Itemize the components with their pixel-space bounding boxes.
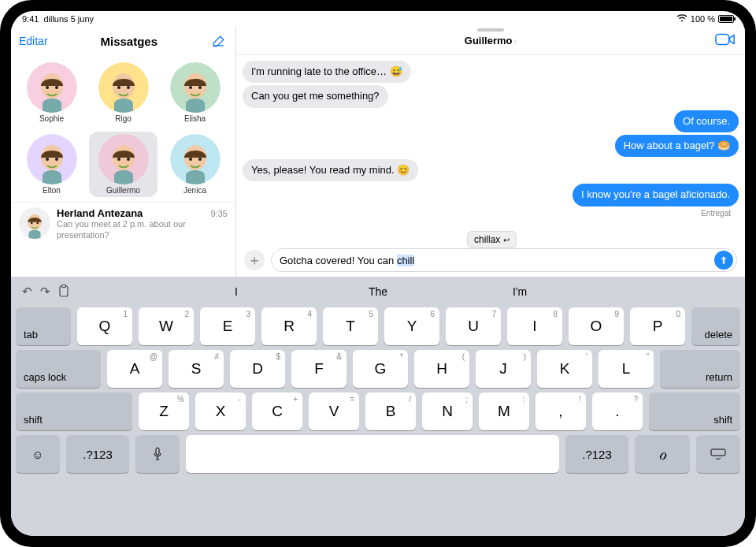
key-f[interactable]: &F xyxy=(291,350,346,388)
key-v[interactable]: =V xyxy=(309,393,359,430)
message-thread[interactable]: I'm running late to the office… 😅Can you… xyxy=(236,55,745,244)
svg-point-15 xyxy=(55,158,58,161)
message-bubble: Can you get me something? xyxy=(243,85,388,107)
pinned-contact-name: Guillermo xyxy=(106,186,140,195)
key-,[interactable]: !, xyxy=(536,393,586,430)
key-g[interactable]: *G xyxy=(353,350,408,388)
status-battery-pct: 100 % xyxy=(691,14,715,24)
status-date: dilluns 5 juny xyxy=(43,14,94,24)
message-input-text: Gotcha covered! You can chill xyxy=(280,255,714,266)
key-i[interactable]: 8I xyxy=(507,307,562,345)
capslock-key[interactable]: caps lock xyxy=(16,350,101,388)
numsym-key-right[interactable]: .?123 xyxy=(565,435,628,473)
key-z[interactable]: %Z xyxy=(139,393,189,430)
svg-rect-28 xyxy=(716,35,729,45)
kb-suggestion-3[interactable]: I'm xyxy=(449,281,591,303)
suggestion-text: chillax xyxy=(474,234,500,245)
tab-key[interactable]: tab xyxy=(16,307,71,345)
space-key[interactable] xyxy=(186,435,559,473)
key-y[interactable]: 6Y xyxy=(384,307,439,345)
dictation-key[interactable] xyxy=(135,435,180,473)
incoming-message[interactable]: Yes, please! You read my mind. 😊 xyxy=(243,159,739,181)
kb-suggestion-2[interactable]: The xyxy=(307,281,449,303)
compose-button[interactable] xyxy=(210,32,228,50)
key-n[interactable]: ;N xyxy=(422,393,472,430)
key-s[interactable]: #S xyxy=(169,350,224,388)
content-area: Editar Missatges Sophie Rigo Elisha Elto… xyxy=(11,27,745,277)
return-key[interactable]: return xyxy=(660,350,740,388)
pinned-contact[interactable]: Sophie xyxy=(17,60,86,125)
clipboard-button[interactable] xyxy=(58,285,69,300)
key-m[interactable]: :M xyxy=(479,393,529,430)
sidebar-header: Editar Missatges xyxy=(11,27,235,55)
key-w[interactable]: 2W xyxy=(139,307,194,345)
pinned-contact[interactable]: Guillermo xyxy=(89,132,158,197)
key-q[interactable]: 1Q xyxy=(77,307,132,345)
emoji-key[interactable]: ☺ xyxy=(16,435,60,473)
kb-suggestion-1[interactable]: I xyxy=(165,281,307,303)
key-b[interactable]: /B xyxy=(365,393,416,430)
facetime-button[interactable] xyxy=(715,32,736,47)
undo-button[interactable]: ↶ xyxy=(22,285,32,300)
key-r[interactable]: 4R xyxy=(261,307,317,345)
pinned-contact[interactable]: Rigo xyxy=(89,60,158,125)
key-a[interactable]: @A xyxy=(107,350,162,388)
key-.[interactable]: ?. xyxy=(592,393,643,430)
shift-key-right[interactable]: shift xyxy=(649,393,740,430)
chat-header: Guillermo › xyxy=(236,27,745,55)
outgoing-message[interactable]: Of course. xyxy=(243,110,739,132)
chat-contact-name[interactable]: Guillermo xyxy=(465,35,513,47)
avatar xyxy=(170,62,220,113)
key-l[interactable]: "L xyxy=(598,350,654,388)
svg-point-3 xyxy=(55,86,58,89)
outgoing-message[interactable]: How about a bagel? 🥯 xyxy=(243,135,739,157)
composer: chillax ↩︎ ＋ Gotcha covered! You can chi… xyxy=(236,244,745,277)
wifi-icon xyxy=(676,13,687,24)
message-input[interactable]: Gotcha covered! You can chill xyxy=(271,248,737,272)
avatar xyxy=(27,62,77,113)
svg-point-26 xyxy=(31,222,33,225)
shift-key-left[interactable]: shift xyxy=(16,393,132,430)
predictive-suggestion-popover[interactable]: chillax ↩︎ xyxy=(467,231,517,248)
key-k[interactable]: 'K xyxy=(537,350,592,388)
hide-keyboard-key[interactable] xyxy=(696,435,740,473)
conversation-row[interactable]: Herland Antezana 9:35 Can you meet at 2 … xyxy=(11,202,235,249)
keyboard-row-1: tab1Q2W3E4R5T6Y7U8I9O0Pdelete xyxy=(16,307,740,345)
svg-rect-32 xyxy=(711,449,725,456)
redo-button[interactable]: ↷ xyxy=(40,285,50,300)
undo-icon[interactable]: ↩︎ xyxy=(503,236,510,244)
delivered-label: Entregat xyxy=(243,209,739,218)
scribble-key[interactable]: ℴ xyxy=(635,435,690,473)
keyboard-toolbar: ↶ ↷ I The I'm xyxy=(16,281,740,303)
incoming-message[interactable]: I'm running late to the office… 😅 xyxy=(243,61,739,83)
key-d[interactable]: $D xyxy=(230,350,285,388)
svg-point-19 xyxy=(127,158,130,161)
key-p[interactable]: 0P xyxy=(630,307,685,345)
key-e[interactable]: 3E xyxy=(200,307,255,345)
pinned-contact[interactable]: Elton xyxy=(17,132,86,197)
delete-key[interactable]: delete xyxy=(691,307,740,345)
key-u[interactable]: 7U xyxy=(446,307,501,345)
key-j[interactable]: )J xyxy=(476,350,531,388)
pinned-contact[interactable]: Elisha xyxy=(161,60,229,125)
chat-pane: Guillermo › I'm running late to the offi… xyxy=(236,27,745,277)
edit-button[interactable]: Editar xyxy=(19,35,48,47)
attach-button[interactable]: ＋ xyxy=(244,250,265,270)
incoming-message[interactable]: Can you get me something? xyxy=(243,85,739,107)
ipad-frame: 9:41 dilluns 5 juny 100 % Editar Missatg… xyxy=(0,0,756,547)
pinned-contact[interactable]: Jenica xyxy=(161,132,229,197)
send-button[interactable] xyxy=(714,251,733,270)
key-o[interactable]: 9O xyxy=(569,307,624,345)
outgoing-message[interactable]: I know you're a bagel aficionado. xyxy=(243,184,739,206)
key-x[interactable]: -X xyxy=(195,393,246,430)
keyboard[interactable]: ↶ ↷ I The I'm tab1Q2W3E4R5T6Y7U8I9O0Pdel… xyxy=(11,277,745,536)
svg-rect-30 xyxy=(62,285,66,287)
key-t[interactable]: 5T xyxy=(323,307,378,345)
avatar xyxy=(170,134,220,184)
key-h[interactable]: (H xyxy=(414,350,469,388)
chevron-right-icon[interactable]: › xyxy=(514,36,517,46)
avatar xyxy=(98,62,149,113)
key-c[interactable]: +C xyxy=(252,393,302,430)
numsym-key-left[interactable]: .?123 xyxy=(66,435,129,473)
message-bubble: Yes, please! You read my mind. 😊 xyxy=(243,159,418,181)
